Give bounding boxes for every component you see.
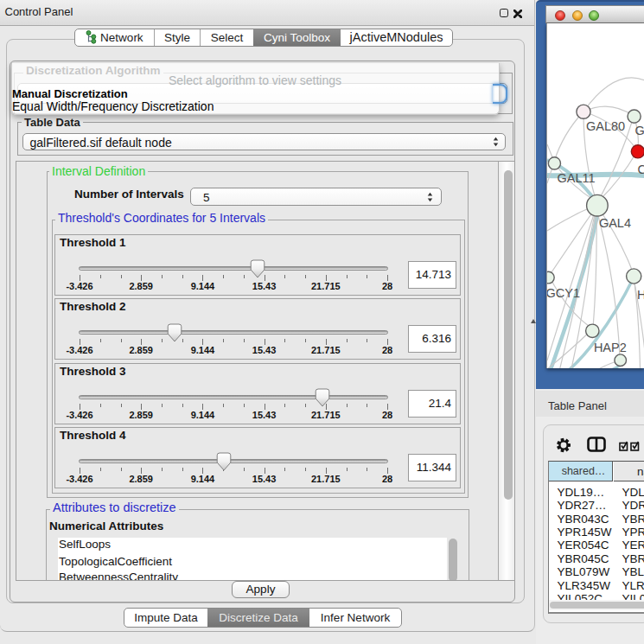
svg-text:GCY1: GCY1 [547, 286, 580, 300]
svg-text:GAL11: GAL11 [558, 171, 596, 185]
svg-text:C: C [638, 163, 644, 176]
svg-text:GAL80: GAL80 [586, 119, 625, 133]
svg-text:GAL4: GAL4 [599, 216, 631, 230]
svg-text:GA: GA [635, 124, 644, 137]
svg-text:H: H [637, 288, 644, 302]
svg-text:HAP2: HAP2 [594, 341, 627, 354]
